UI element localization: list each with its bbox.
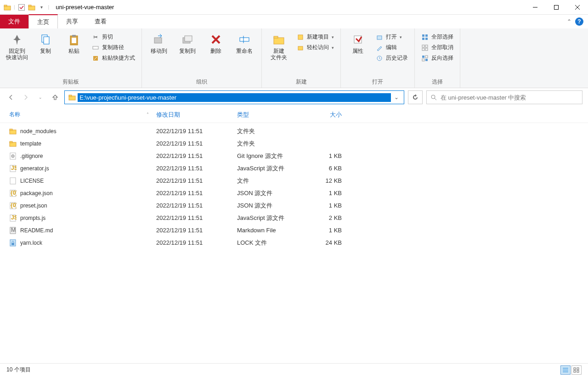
address-input[interactable] [78, 93, 391, 102]
svg-rect-63 [11, 243, 14, 245]
svg-rect-38 [425, 56, 428, 58]
search-box[interactable] [426, 90, 582, 104]
qat-separator: | [14, 5, 15, 10]
status-bar: 10 个项目 [0, 363, 588, 376]
file-date: 2022/12/19 11:51 [153, 202, 233, 209]
group-label-select: 选择 [418, 77, 456, 87]
minimize-button[interactable] [525, 0, 546, 15]
maximize-button[interactable] [546, 0, 567, 15]
back-button[interactable] [6, 92, 17, 103]
svg-rect-67 [574, 368, 576, 370]
file-name: README.md [20, 227, 53, 234]
edit-icon [376, 44, 383, 51]
file-row[interactable]: MREADME.md2022/12/19 11:51Markdown File1… [6, 224, 582, 236]
file-row[interactable]: LICENSE2022/12/19 11:51文件12 KB [6, 174, 582, 187]
file-row[interactable]: .gitignore2022/12/19 11:51Git Ignore 源文件… [6, 150, 582, 162]
address-bar: ⌄ ⌄ [0, 88, 588, 107]
menu-share[interactable]: 共享 [58, 15, 86, 28]
view-details-button[interactable] [560, 365, 571, 375]
svg-rect-6 [554, 5, 559, 9]
copy-button[interactable]: 复制 [32, 30, 59, 56]
file-name: yarn.lock [20, 240, 42, 246]
copyto-button[interactable]: 复制到 [174, 30, 201, 56]
file-name: generator.js [20, 165, 49, 172]
group-new: 新建 文件夹 新建项目 ▾ 轻松访问 ▾ 新建 [262, 28, 341, 88]
group-open: 属性 打开 ▾ 编辑 历史记录 打开 [341, 28, 415, 88]
file-type: LOCK 文件 [233, 239, 301, 247]
close-button[interactable] [567, 0, 588, 15]
title-bar: | ▾ | uni-preset-vue-master [0, 0, 588, 15]
properties-button[interactable]: 属性 [345, 30, 371, 56]
up-button[interactable] [50, 92, 61, 103]
edit-button[interactable]: 编辑 [373, 43, 411, 52]
svg-rect-14 [93, 46, 98, 49]
search-icon [430, 94, 437, 101]
new-item-button[interactable]: 新建项目 ▾ [294, 32, 337, 42]
paste-button[interactable]: 粘贴 [61, 30, 87, 56]
search-input[interactable] [441, 94, 578, 101]
file-type: 文件 [233, 177, 301, 185]
ribbon-collapse-icon[interactable]: ⌃ [567, 18, 571, 25]
pin-button[interactable]: 固定到 快速访问 [4, 30, 30, 63]
select-none-icon [421, 44, 429, 51]
history-button[interactable]: 历史记录 [373, 53, 411, 63]
new-folder-button[interactable]: 新建 文件夹 [266, 30, 292, 63]
easy-access-button[interactable]: 轻松访问 ▾ [294, 43, 337, 52]
col-type[interactable]: 类型 [233, 111, 301, 119]
copy-path-button[interactable]: 复制路径 [89, 43, 138, 52]
file-icon [9, 177, 17, 185]
forward-button[interactable] [20, 92, 31, 103]
file-type: JSON 源文件 [233, 189, 301, 197]
invert-button[interactable]: 反向选择 [418, 53, 456, 63]
md-icon: M [9, 227, 17, 234]
recent-button[interactable]: ⌄ [35, 92, 46, 103]
select-all-button[interactable]: 全部选择 [418, 32, 456, 42]
file-name: LICENSE [20, 178, 44, 184]
paste-shortcut-button[interactable]: 粘贴快捷方式 [89, 53, 138, 63]
file-date: 2022/12/19 11:51 [153, 190, 233, 196]
svg-point-42 [431, 95, 435, 99]
file-row[interactable]: node_modules2022/12/19 11:51文件夹 [6, 125, 582, 137]
invert-icon [421, 55, 429, 62]
menu-file[interactable]: 文件 [0, 15, 28, 28]
folder-qat2-icon[interactable] [28, 4, 35, 11]
svg-rect-21 [274, 38, 284, 44]
path-icon [92, 44, 99, 51]
file-row[interactable]: JSgenerator.js2022/12/19 11:51JavaScript… [6, 162, 582, 174]
menu-view[interactable]: 查看 [86, 15, 115, 28]
open-button[interactable]: 打开 ▾ [373, 32, 411, 42]
easy-access-icon [297, 44, 304, 51]
select-none-button[interactable]: 全部取消 [418, 43, 456, 52]
view-icons-button[interactable] [571, 365, 582, 375]
file-row[interactable]: yarn.lock2022/12/19 11:51LOCK 文件24 KB [6, 236, 582, 249]
file-name: preset.json [20, 202, 47, 209]
refresh-button[interactable] [408, 90, 423, 104]
file-type: 文件夹 [233, 140, 301, 148]
file-type: Git Ignore 源文件 [233, 152, 301, 160]
addr-dropdown-icon[interactable]: ⌄ [391, 94, 402, 101]
file-row[interactable]: {0}preset.json2022/12/19 11:51JSON 源文件1 … [6, 199, 582, 212]
svg-rect-13 [72, 38, 76, 43]
qat-dropdown-icon[interactable]: ▾ [38, 4, 45, 11]
file-date: 2022/12/19 11:51 [153, 140, 233, 147]
status-text: 10 个项目 [6, 366, 31, 374]
address-input-wrap[interactable]: ⌄ [64, 90, 404, 104]
svg-text:M: M [11, 227, 16, 233]
rename-button[interactable]: 重命名 [231, 30, 258, 56]
cut-button[interactable]: ✂剪切 [89, 32, 138, 42]
col-name[interactable]: 名称˄ [6, 111, 153, 118]
moveto-button[interactable]: 移动到 [146, 30, 172, 56]
file-row[interactable]: JSprompts.js2022/12/19 11:51JavaScript 源… [6, 212, 582, 224]
help-icon[interactable]: ? [575, 17, 583, 26]
js-icon: JS [9, 165, 17, 172]
file-size: 12 KB [301, 177, 345, 184]
menu-home[interactable]: 主页 [28, 14, 58, 28]
file-row[interactable]: {0}package.json2022/12/19 11:51JSON 源文件1… [6, 187, 582, 199]
checkbox-qat-icon[interactable] [18, 4, 25, 11]
col-date[interactable]: 修改日期 [153, 111, 233, 119]
file-row[interactable]: template2022/12/19 11:51文件夹 [6, 137, 582, 150]
col-size[interactable]: 大小 [301, 111, 345, 119]
file-type: JavaScript 源文件 [233, 214, 301, 222]
delete-button[interactable]: 删除 [203, 30, 229, 56]
file-name: prompts.js [20, 215, 45, 221]
